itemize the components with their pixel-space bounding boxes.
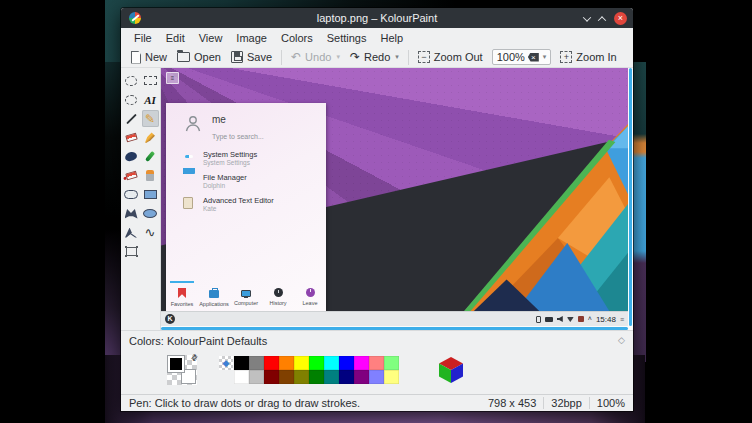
open-folder-icon [177,52,190,62]
color-picker-tool[interactable] [142,148,159,165]
polygon-tool[interactable] [123,205,140,222]
elliptical-selection-icon [125,95,137,105]
color-similarity-cube[interactable] [439,357,463,383]
palette-color-swatch[interactable] [339,370,354,384]
desktop-wallpaper-left [105,62,121,362]
statusbar: Pen: Click to draw dots or drag to draw … [121,394,633,411]
palette-color-swatch[interactable] [309,356,324,370]
palette-color-swatch[interactable] [234,356,249,370]
rectangular-selection-tool[interactable] [142,72,159,89]
menu-help[interactable]: Help [373,30,410,46]
status-separator [543,397,544,409]
launcher-item-title: System Settings [203,150,257,159]
palette-color-swatch[interactable] [279,370,294,384]
swap-colors-icon[interactable]: ⇄ [189,352,200,363]
maximize-button[interactable] [599,12,605,24]
palette-color-swatch[interactable] [264,370,279,384]
palette-color-swatch[interactable] [249,356,264,370]
color-box-dock: Colors: KolourPaint Defaults ◇ ⇄ ◆ [121,330,633,394]
rounded-rectangle-tool[interactable] [123,186,140,203]
palette-color-swatch[interactable] [354,370,369,384]
zoom-level-combobox[interactable]: 100% × ▾ [492,49,552,65]
toolbar-separator [408,50,409,65]
palette-color-swatch[interactable] [324,370,339,384]
taskbar-clock: 15:48 [596,315,616,324]
menu-file[interactable]: File [127,30,159,46]
brush-icon [145,132,156,143]
flood-fill-icon [124,151,137,162]
undo-dropdown-icon[interactable]: ▾ [336,53,340,61]
spraycan-tool[interactable] [142,167,159,184]
open-button[interactable]: Open [172,49,226,65]
ellipse-icon [143,209,157,218]
chevron-down-icon[interactable]: ▾ [543,53,547,61]
application-launcher-menu: me Type to search... System SettingsSyst… [166,103,326,311]
ellipse-tool[interactable] [142,205,159,222]
canvas-viewport: ≡ me Type to search... System SettingsSy… [161,68,633,330]
screenshot-root: laptop.png – KolourPaint × FileEditViewI… [0,0,752,423]
color-eraser-tool[interactable] [123,167,140,184]
free-form-selection-tool[interactable] [123,72,140,89]
titlebar[interactable]: laptop.png – KolourPaint × [121,8,633,28]
zoom-level-value: 100% [497,51,525,63]
vertical-scrollbar[interactable] [629,68,632,326]
new-button[interactable]: New [126,49,172,66]
zoom-in-button[interactable]: + Zoom In [555,49,621,65]
elliptical-selection-tool[interactable] [123,91,140,108]
foreground-color-swatch[interactable] [168,356,184,372]
rectangle-tool[interactable] [142,186,159,203]
zoom-out-icon: − [418,51,430,63]
dock-float-icon[interactable]: ◇ [618,335,625,347]
image-canvas[interactable]: ≡ me Type to search... System SettingsSy… [161,68,628,326]
palette-color-swatch[interactable] [279,356,294,370]
status-color-depth: 32bpp [551,397,582,409]
menu-edit[interactable]: Edit [159,30,192,46]
zoom-out-button[interactable]: − Zoom Out [413,49,488,65]
launcher-tab-label: Favorites [171,301,194,307]
menu-settings[interactable]: Settings [320,30,374,46]
menu-image[interactable]: Image [229,30,274,46]
launcher-tab-label: Computer [234,300,258,306]
redo-button[interactable]: ↷ Redo ▾ [345,49,404,65]
palette-color-swatch[interactable] [354,356,369,370]
palette-color-swatch[interactable] [294,370,309,384]
launcher-item-title: File Manager [203,173,247,182]
palette-color-swatch[interactable] [234,370,249,384]
palette-color-swatch[interactable] [369,356,384,370]
toolbar: New Open Save ↶ Undo ▾ ↷ Redo ▾ [121,47,633,68]
palette-color-swatch[interactable] [264,356,279,370]
save-button[interactable]: Save [226,49,277,65]
palette-color-swatch[interactable] [384,356,399,370]
clear-text-icon[interactable]: × [528,53,539,62]
line-tool[interactable] [123,110,140,127]
eraser-tool[interactable] [123,129,140,146]
save-label: Save [247,51,272,63]
close-button[interactable]: × [614,12,627,25]
launcher-tab-history: History [262,281,294,307]
launcher-search-field: Type to search... [212,133,264,140]
zoom-tool[interactable] [123,243,140,260]
window-title: laptop.png – KolourPaint [121,12,633,24]
foreground-background-swatches[interactable]: ⇄ [167,355,197,385]
connected-lines-tool[interactable] [123,224,140,241]
menu-colors[interactable]: Colors [274,30,320,46]
transparent-color-cell[interactable]: ◆ [219,356,233,370]
flood-fill-tool[interactable] [123,148,140,165]
brush-tool[interactable] [142,129,159,146]
palette-color-swatch[interactable] [309,370,324,384]
curve-tool[interactable]: ∿ [142,224,159,241]
palette-color-swatch[interactable] [369,370,384,384]
status-zoom: 100% [597,397,625,409]
palette-color-swatch[interactable] [384,370,399,384]
palette-color-swatch[interactable] [249,370,264,384]
palette-color-swatch[interactable] [324,356,339,370]
launcher-item-list: System SettingsSystem SettingsFile Manag… [166,147,326,216]
palette-color-swatch[interactable] [294,356,309,370]
text-tool[interactable]: AI [142,91,159,108]
pen-tool[interactable]: ✎ [142,110,159,127]
menu-view[interactable]: View [192,30,230,46]
minimize-button[interactable] [584,12,590,24]
undo-button[interactable]: ↶ Undo ▾ [286,49,345,65]
palette-color-swatch[interactable] [339,356,354,370]
redo-dropdown-icon[interactable]: ▾ [395,53,399,61]
